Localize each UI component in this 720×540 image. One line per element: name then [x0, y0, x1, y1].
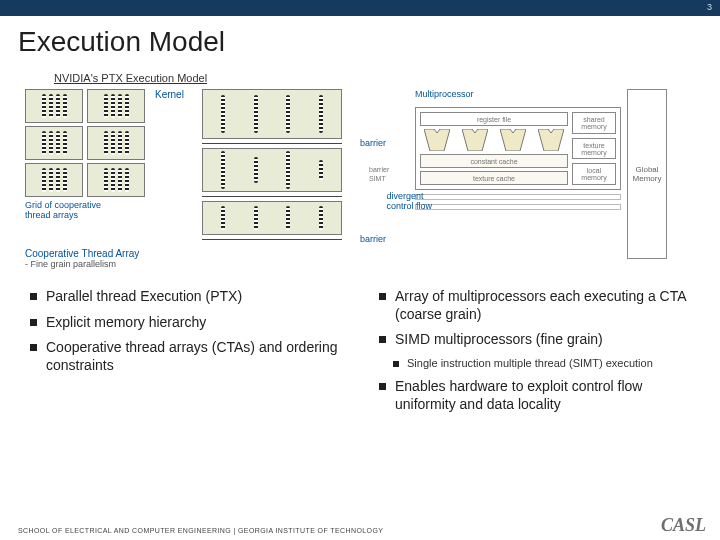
divergent-line: divergent — [386, 191, 423, 201]
thread-block — [25, 163, 83, 197]
top-accent-bar: 3 — [0, 0, 720, 16]
cta-panel — [202, 89, 342, 139]
barrier-label: barrier — [360, 234, 386, 244]
barrier-label: barrier — [360, 138, 386, 148]
alu-row — [420, 129, 568, 151]
grid-caption-line: Grid of cooperative — [25, 200, 101, 210]
bullet-item: Enables hardware to exploit control flow… — [379, 378, 704, 413]
thread-block — [25, 89, 83, 123]
cta-panel-divergent — [202, 148, 342, 192]
cta-subcaption: - Fine grain parallelism — [25, 259, 343, 269]
thread-block — [25, 126, 83, 160]
register-file: register file — [420, 112, 568, 126]
multiprocessor-block: register file constant cache texture cac… — [415, 107, 621, 190]
multiprocessor-label: Multiprocessor — [415, 89, 621, 99]
stacked-mp-hint — [415, 204, 621, 210]
shared-memory: shared memory — [572, 112, 616, 134]
svg-marker-2 — [500, 129, 526, 151]
bullet-col-left: Parallel thread Execution (PTX) Explicit… — [30, 288, 355, 421]
kernel-grid: Kernel — [25, 89, 184, 197]
divergent-label: divergent control flow — [386, 191, 432, 211]
bullet-item: Cooperative thread arrays (CTAs) and ord… — [30, 339, 355, 374]
alu-icon — [538, 129, 564, 151]
svg-marker-3 — [538, 129, 564, 151]
grid-caption-line: thread arrays — [25, 210, 78, 220]
svg-marker-1 — [462, 129, 488, 151]
stacked-mp-hint — [415, 194, 621, 200]
cta-caption: Cooperative Thread Array — [25, 248, 343, 259]
local-memory: local memory — [572, 163, 616, 185]
thread-block — [87, 126, 145, 160]
divergent-divider: divergent control flow — [202, 196, 342, 197]
org-logo: CASL — [661, 515, 706, 536]
barrier-divider: barrier — [202, 239, 342, 240]
figure-subtitle: NVIDIA's PTX Execution Model — [54, 72, 720, 84]
bullet-col-right: Array of multiprocessors each executing … — [379, 288, 704, 421]
alu-icon — [500, 129, 526, 151]
global-memory: Global Memory — [627, 89, 667, 259]
kernel-label: Kernel — [155, 89, 184, 100]
bullet-item: Parallel thread Execution (PTX) — [30, 288, 355, 306]
alu-icon — [424, 129, 450, 151]
footer-text: SCHOOL OF ELECTRICAL AND COMPUTER ENGINE… — [18, 527, 383, 534]
bullet-columns: Parallel thread Execution (PTX) Explicit… — [0, 270, 720, 421]
thread-block — [87, 163, 145, 197]
texture-cache: texture cache — [420, 171, 568, 185]
thread-block — [87, 89, 145, 123]
simt-side-label: SIMT — [369, 175, 409, 182]
bullet-item: Explicit memory hierarchy — [30, 314, 355, 332]
bullet-item: SIMD multiprocessors (fine grain) — [379, 331, 704, 349]
barrier-divider: barrier — [202, 143, 342, 144]
figure-row: Kernel Grid of cooperative thread arrays… — [0, 88, 720, 270]
sub-bullet-item: Single instruction multiple thread (SIMT… — [379, 357, 704, 371]
bullet-item: Array of multiprocessors each executing … — [379, 288, 704, 323]
page-number: 3 — [707, 2, 712, 12]
slide-title: Execution Model — [0, 16, 720, 64]
alu-icon — [462, 129, 488, 151]
texture-memory: texture memory — [572, 138, 616, 160]
grid-caption: Grid of cooperative thread arrays — [25, 201, 184, 221]
cta-panel — [202, 201, 342, 235]
constant-cache: constant cache — [420, 154, 568, 168]
svg-marker-0 — [424, 129, 450, 151]
divergent-line: control flow — [386, 201, 432, 211]
figure-ptx-model: Kernel Grid of cooperative thread arrays… — [24, 88, 344, 270]
figure-multiprocessor: barrier SIMT Multiprocessor register fil… — [368, 88, 668, 260]
barrier-side-label: barrier — [369, 166, 409, 173]
